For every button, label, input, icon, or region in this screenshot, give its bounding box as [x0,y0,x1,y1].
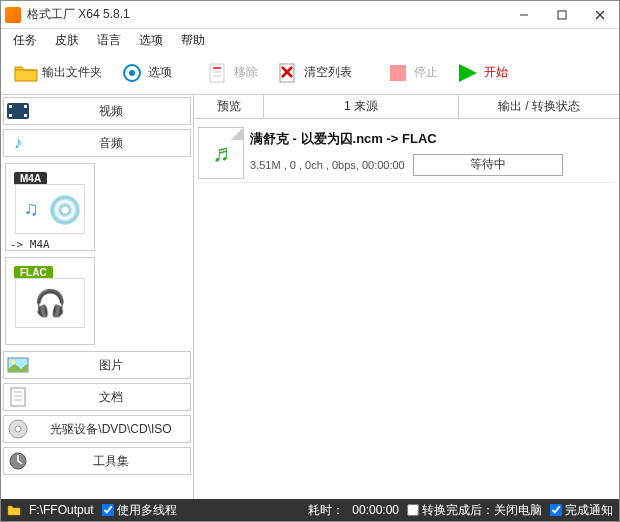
note-icon: ♫ [24,197,39,220]
category-image[interactable]: 图片 [3,351,191,379]
folder-icon [14,61,38,85]
options-label: 选项 [148,64,172,81]
elapsed-label: 耗时： [308,502,344,519]
svg-rect-15 [9,105,12,108]
clear-button[interactable]: 清空列表 [269,56,359,90]
disc-drive-icon [4,417,32,441]
category-audio-label: 音频 [32,135,190,152]
category-toolkit-label: 工具集 [32,453,190,470]
menubar: 任务 皮肤 语言 选项 帮助 [1,29,619,51]
start-button[interactable]: 开始 [449,56,515,90]
multithread-check[interactable]: 使用多线程 [102,502,177,519]
audio-icon: ♪ [4,131,32,155]
category-document[interactable]: 文档 [3,383,191,411]
menu-language[interactable]: 语言 [89,29,129,52]
output-folder-button[interactable]: 输出文件夹 [7,56,109,90]
remove-icon [206,61,230,85]
window-title: 格式工厂 X64 5.8.1 [27,6,505,23]
category-video-label: 视频 [32,103,190,120]
gear-icon [120,61,144,85]
app-icon [5,7,21,23]
multithread-checkbox[interactable] [102,504,114,516]
task-row[interactable]: ♬ 满舒克 - 以爱为囚.ncm -> FLAC 3.51M , 0 , 0ch… [198,123,615,183]
svg-rect-13 [390,65,406,81]
task-meta: 3.51M , 0 , 0ch , 0bps, 00:00:00 [250,159,405,171]
stop-label: 停止 [414,64,438,81]
col-output[interactable]: 输出 / 转换状态 [459,95,619,118]
category-disc[interactable]: 光驱设备\DVD\CD\ISO [3,415,191,443]
multithread-label: 使用多线程 [117,502,177,519]
category-document-label: 文档 [32,389,190,406]
minimize-button[interactable] [505,2,543,28]
disc-icon [50,195,80,225]
main-area: 视频 ♪ 音频 M4A ♫ -> M4A FLAC 🎧 [1,95,619,499]
svg-rect-18 [24,114,27,117]
sidebar: 视频 ♪ 音频 M4A ♫ -> M4A FLAC 🎧 [1,95,194,499]
list-header: 预览 1 来源 输出 / 转换状态 [194,95,619,119]
m4a-sub: -> M4A [10,238,90,251]
svg-rect-6 [210,64,224,82]
options-button[interactable]: 选项 [113,56,179,90]
svg-point-20 [11,360,15,364]
remove-button[interactable]: 移除 [199,56,265,90]
task-thumb: ♬ [198,127,244,179]
m4a-thumb: ♫ [15,184,85,234]
after-checkbox[interactable] [407,504,419,516]
start-label: 开始 [484,64,508,81]
folder-small-icon [7,504,21,516]
col-source[interactable]: 1 来源 [264,95,459,118]
toolbar: 输出文件夹 选项 移除 清空列表 停止 开始 [1,51,619,95]
titlebar: 格式工厂 X64 5.8.1 [1,1,619,29]
category-disc-label: 光驱设备\DVD\CD\ISO [32,421,190,438]
menu-help[interactable]: 帮助 [173,29,213,52]
category-video[interactable]: 视频 [3,97,191,125]
stop-icon [386,61,410,85]
statusbar: F:\FFOutput 使用多线程 耗时： 00:00:00 转换完成后：关闭电… [1,499,619,521]
svg-rect-16 [9,114,12,117]
format-m4a[interactable]: M4A ♫ -> M4A [5,163,95,251]
svg-rect-1 [558,11,566,19]
svg-point-26 [15,426,21,432]
app-window: 格式工厂 X64 5.8.1 任务 皮肤 语言 选项 帮助 输出文件夹 选项 移… [0,0,620,522]
play-icon [456,61,480,85]
image-icon [4,353,32,377]
col-preview[interactable]: 预览 [194,95,264,118]
headphones-icon: 🎧 [34,288,66,319]
after-label: 转换完成后：关闭电脑 [422,502,542,519]
task-list: ♬ 满舒克 - 以爱为囚.ncm -> FLAC 3.51M , 0 , 0ch… [194,119,619,499]
svg-rect-17 [24,105,27,108]
music-file-icon: ♬ [212,139,230,167]
clear-label: 清空列表 [304,64,352,81]
flac-thumb: 🎧 [15,278,85,328]
svg-point-5 [129,70,135,76]
task-title: 满舒克 - 以爱为囚.ncm -> FLAC [250,130,615,148]
category-image-label: 图片 [32,357,190,374]
elapsed-value: 00:00:00 [352,503,399,517]
menu-skin[interactable]: 皮肤 [47,29,87,52]
toolkit-icon [4,449,32,473]
task-info: 满舒克 - 以爱为囚.ncm -> FLAC 3.51M , 0 , 0ch ,… [250,130,615,176]
task-status: 等待中 [413,154,563,176]
remove-label: 移除 [234,64,258,81]
content-panel: 预览 1 来源 输出 / 转换状态 ♬ 满舒克 - 以爱为囚.ncm -> FL… [194,95,619,499]
after-check[interactable]: 转换完成后：关闭电脑 [407,502,542,519]
category-toolkit[interactable]: 工具集 [3,447,191,475]
svg-rect-21 [11,388,25,406]
document-icon [4,385,32,409]
notify-label: 完成通知 [565,502,613,519]
menu-task[interactable]: 任务 [5,29,45,52]
close-button[interactable] [581,2,619,28]
output-path[interactable]: F:\FFOutput [29,503,94,517]
format-grid: M4A ♫ -> M4A FLAC 🎧 [1,159,193,349]
clear-icon [276,61,300,85]
video-icon [4,99,32,123]
maximize-button[interactable] [543,2,581,28]
output-folder-label: 输出文件夹 [42,64,102,81]
notify-checkbox[interactable] [550,504,562,516]
notify-check[interactable]: 完成通知 [550,502,613,519]
format-flac[interactable]: FLAC 🎧 [5,257,95,345]
stop-button[interactable]: 停止 [379,56,445,90]
menu-options[interactable]: 选项 [131,29,171,52]
category-audio[interactable]: ♪ 音频 [3,129,191,157]
